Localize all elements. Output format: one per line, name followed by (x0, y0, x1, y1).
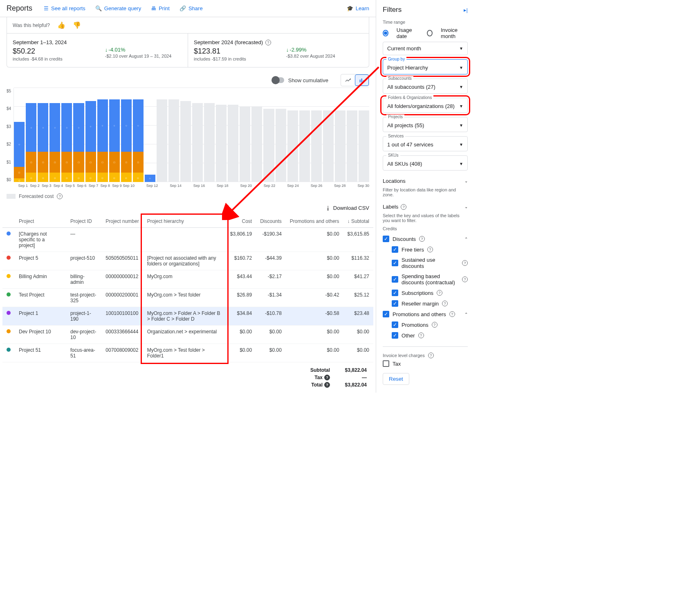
chart-bar-forecast[interactable] (299, 88, 310, 182)
reseller-checkbox[interactable]: ✓ (392, 300, 398, 307)
download-csv-button[interactable]: ⭳ Download CSV (325, 205, 369, 211)
chart-bar-forecast[interactable] (347, 88, 357, 182)
table-row[interactable]: Billing Admin billing-admin 000000000012… (2, 270, 373, 289)
chart-bar[interactable]: ○ (145, 88, 155, 182)
col-discounts[interactable]: Discounts (256, 215, 286, 228)
chart-bar-forecast[interactable] (287, 88, 298, 182)
chart-bar[interactable]: ◇□○ (97, 88, 108, 182)
chart-bar[interactable]: ◇□○ (61, 88, 72, 182)
table-row[interactable]: Project 51 focus-area-51 007008009002 My… (2, 344, 373, 362)
projects-select[interactable]: Projects All projects (55) ▼ (383, 117, 468, 132)
help-icon[interactable]: ? (324, 382, 330, 388)
generate-query-link[interactable]: 🔍 Generate query (95, 5, 141, 11)
filters-title: Filters (383, 6, 402, 14)
chart-bar[interactable]: ◇□○ (133, 88, 144, 182)
chart-bar-forecast[interactable] (192, 88, 203, 182)
thumbs-down-icon[interactable]: 👎 (73, 21, 81, 29)
help-icon[interactable]: ? (449, 311, 455, 317)
help-icon[interactable]: ? (432, 322, 438, 328)
table-row[interactable]: Project 1 project-1-190 100100100100 MyO… (2, 307, 373, 326)
labels-collapse[interactable]: Labels? ⌄ (383, 200, 468, 213)
chart-bar[interactable]: ◇□○ (38, 88, 48, 182)
col-subtotal[interactable]: ↓ Subtotal (343, 215, 373, 228)
help-icon[interactable]: ? (265, 40, 271, 45)
free-tiers-checkbox[interactable]: ✓ (392, 246, 398, 253)
spending-checkbox[interactable]: ✓ (392, 276, 398, 283)
help-icon[interactable]: ? (427, 247, 433, 252)
help-icon[interactable]: ? (419, 236, 425, 242)
chart-bar-forecast[interactable] (157, 88, 167, 182)
help-icon[interactable]: ? (462, 260, 468, 266)
chart-bar[interactable]: ◇□○ (14, 88, 25, 182)
chart-bar[interactable]: ◇□○ (109, 88, 120, 182)
locations-collapse[interactable]: Locations ⌄ (383, 175, 468, 187)
print-link[interactable]: 🖶 Print (151, 5, 170, 11)
see-all-reports-link[interactable]: ☰ See all reports (44, 5, 85, 11)
help-icon[interactable]: ? (401, 204, 406, 210)
time-range-select[interactable]: Current month ▼ (383, 42, 468, 55)
promotions-checkbox[interactable]: ✓ (392, 321, 398, 328)
learn-link[interactable]: 🎓 Learn (347, 5, 369, 11)
table-row[interactable]: Dev Project 10 dev-project-10 0003336664… (2, 326, 373, 344)
col-project-number[interactable]: Project number (101, 215, 143, 228)
help-icon[interactable]: ? (418, 333, 424, 338)
promotions-group-checkbox[interactable]: ✓ (383, 311, 389, 317)
chevron-down-icon: ⌄ (464, 179, 468, 183)
col-project[interactable]: Project (15, 215, 66, 228)
line-chart-toggle[interactable] (341, 74, 355, 86)
table-row[interactable]: [Charges not specific to a project] — $3… (2, 228, 373, 252)
chevron-up-icon[interactable]: ⌃ (464, 312, 468, 317)
subaccounts-select[interactable]: Subaccounts All subaccounts (27) ▼ (383, 79, 468, 94)
chevron-up-icon[interactable]: ⌃ (464, 237, 468, 241)
chart-bar-forecast[interactable] (251, 88, 262, 182)
chart-bar-forecast[interactable] (276, 88, 286, 182)
table-row[interactable]: Test Project test-project-325 0000002000… (2, 289, 373, 307)
chart-bar-forecast[interactable] (228, 88, 238, 182)
col-project-id[interactable]: Project ID (66, 215, 101, 228)
reset-button[interactable]: Reset (383, 373, 409, 385)
invoice-month-radio[interactable] (427, 30, 433, 36)
download-icon: ⭳ (325, 205, 331, 211)
collapse-panel-icon[interactable]: ▸| (464, 7, 468, 13)
help-icon[interactable]: ? (462, 276, 468, 282)
chart-bar-forecast[interactable] (323, 88, 334, 182)
help-icon[interactable]: ? (57, 193, 63, 199)
down-arrow-icon: ↓ (105, 47, 108, 53)
help-icon[interactable]: ? (442, 301, 448, 306)
chart-bar-forecast[interactable] (311, 88, 322, 182)
col-promotions[interactable]: Promotions and others (286, 215, 343, 228)
chart-bar[interactable]: ◇□○ (121, 88, 132, 182)
chart-bar-forecast[interactable] (240, 88, 250, 182)
bar-chart-toggle[interactable] (355, 74, 369, 86)
discounts-checkbox[interactable]: ✓ (383, 236, 389, 242)
chart-bar[interactable]: ◇□○ (49, 88, 60, 182)
table-row[interactable]: Project 5 project-510 505050505011 [Proj… (2, 252, 373, 270)
chart-bar-forecast[interactable] (263, 88, 274, 182)
chart-bar[interactable]: ◇□○ (73, 88, 84, 182)
chart-bar-forecast[interactable] (204, 88, 215, 182)
sustained-checkbox[interactable]: ✓ (392, 260, 398, 266)
chart-bar[interactable]: ◇□○ (26, 88, 36, 182)
tax-checkbox[interactable] (383, 360, 389, 367)
folders-orgs-select[interactable]: Folders & Organizations All folders/orga… (383, 98, 468, 113)
chart-bar[interactable]: ◇□○ (85, 88, 96, 182)
other-checkbox[interactable]: ✓ (392, 332, 398, 339)
chart-bar-forecast[interactable] (216, 88, 227, 182)
help-icon[interactable]: ? (428, 353, 434, 358)
thumbs-up-icon[interactable]: 👍 (57, 21, 65, 29)
chart-bar-forecast[interactable] (359, 88, 369, 182)
chart-bar-forecast[interactable] (335, 88, 346, 182)
help-icon[interactable]: ? (437, 290, 442, 296)
col-hierarchy[interactable]: Project hierarchy (143, 215, 226, 228)
group-by-select[interactable]: Group by Project Hierarchy ▼ (383, 59, 468, 74)
chart-bar-forecast[interactable] (168, 88, 179, 182)
services-select[interactable]: Services 1 out of 47 services ▼ (383, 136, 468, 151)
chart-bar-forecast[interactable] (180, 88, 191, 182)
share-link[interactable]: 🔗 Share (179, 5, 203, 11)
help-icon[interactable]: ? (324, 375, 330, 380)
subscriptions-checkbox[interactable]: ✓ (392, 290, 398, 296)
cumulative-toggle[interactable] (273, 77, 284, 83)
col-cost[interactable]: Cost (226, 215, 256, 228)
skus-select[interactable]: SKUs All SKUs (408) ▼ (383, 155, 468, 171)
usage-date-radio[interactable] (383, 30, 388, 36)
